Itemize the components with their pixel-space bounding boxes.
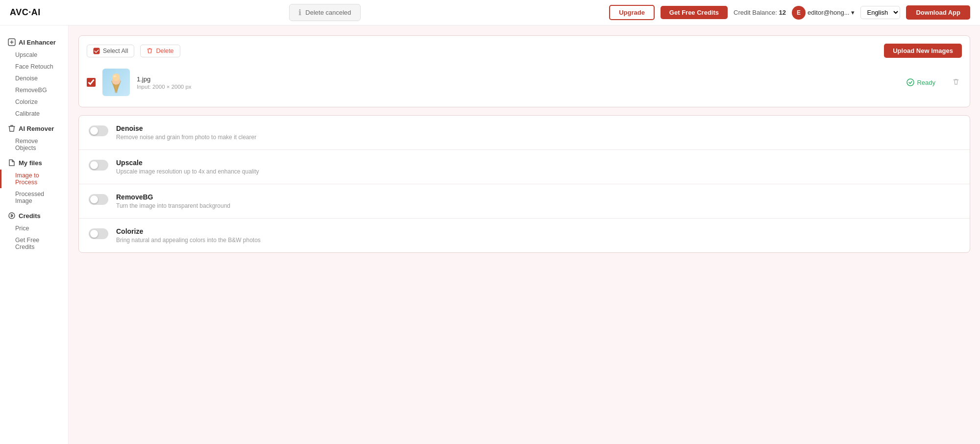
get-free-credits-button[interactable]: Get Free Credits (661, 6, 728, 19)
checkbox-icon (93, 48, 100, 54)
svg-point-7 (112, 74, 120, 81)
enhancer-icon (8, 38, 16, 46)
process-option-removebg: RemoveBG Turn the image into transparent… (79, 184, 970, 219)
removebg-toggle[interactable] (89, 194, 108, 205)
download-app-button[interactable]: Download App (906, 5, 970, 20)
file-list-toolbar: Select All Delete Upload New Images (87, 44, 962, 58)
file-status: Ready (906, 78, 935, 86)
table-row: 1.jpg Input: 2000 × 2000 px Ready (87, 66, 962, 99)
process-option-upscale: Upscale Upscale image resolution up to 4… (79, 150, 970, 184)
file-info: 1.jpg Input: 2000 × 2000 px (137, 75, 900, 90)
sidebar-section-credits: Credits (0, 207, 68, 222)
sidebar-item-calibrate[interactable]: Calibrate (0, 108, 68, 120)
remover-icon (8, 124, 16, 132)
process-option-denoise: Denoise Remove noise and grain from phot… (79, 116, 970, 150)
delete-selected-button[interactable]: Delete (140, 45, 180, 57)
sidebar-item-denoise[interactable]: Denoise (0, 73, 68, 84)
upload-new-images-button[interactable]: Upload New Images (884, 44, 962, 58)
sidebar-section-ai-remover: AI Remover (0, 120, 68, 135)
trash-icon (147, 48, 153, 54)
upgrade-button[interactable]: Upgrade (609, 5, 655, 20)
sidebar-item-upscale[interactable]: Upscale (0, 49, 68, 61)
sidebar-item-image-to-process[interactable]: Image to Process (0, 170, 68, 188)
check-circle-icon (906, 78, 914, 86)
process-option-colorize: Colorize Bring natural and appealing col… (79, 219, 970, 252)
info-icon: ℹ (298, 8, 301, 17)
sidebar: AI Enhancer Upscale Face Retouch Denoise… (0, 25, 69, 444)
file-list-area: Select All Delete Upload New Images (78, 35, 970, 107)
logo: AVC·AI (10, 7, 41, 18)
language-select[interactable]: English (860, 6, 900, 19)
select-all-button[interactable]: Select All (87, 45, 134, 57)
upscale-toggle[interactable] (89, 160, 108, 171)
sidebar-item-removebg[interactable]: RemoveBG (0, 84, 68, 96)
sidebar-item-processed-image[interactable]: Processed Image (0, 188, 68, 207)
toast-message: ℹ Delete canceled (289, 4, 360, 21)
file-thumbnail (102, 69, 130, 96)
topnav-right: Upgrade Get Free Credits Credit Balance:… (609, 5, 970, 20)
user-avatar: E (792, 6, 806, 20)
sidebar-item-price[interactable]: Price (0, 222, 68, 234)
sidebar-item-colorize[interactable]: Colorize (0, 96, 68, 108)
toolbar-left: Select All Delete (87, 45, 180, 57)
main-layout: AI Enhancer Upscale Face Retouch Denoise… (0, 25, 980, 444)
denoise-toggle[interactable] (89, 125, 108, 136)
file-checkbox[interactable] (87, 78, 96, 87)
credit-balance: Credit Balance: 12 (734, 9, 786, 16)
sidebar-item-get-free-credits[interactable]: Get Free Credits (0, 234, 68, 253)
colorize-toggle[interactable] (89, 228, 108, 239)
ice-cream-image (107, 71, 125, 94)
sidebar-item-remove-objects[interactable]: Remove Objects (0, 135, 68, 154)
topnav: AVC·AI ℹ Delete canceled Upgrade Get Fre… (0, 0, 980, 25)
credits-icon (8, 212, 16, 220)
delete-file-button[interactable] (950, 76, 962, 89)
chevron-down-icon: ▾ (851, 9, 855, 16)
sidebar-section-ai-enhancer: AI Enhancer (0, 33, 68, 49)
files-icon (8, 159, 16, 167)
sidebar-item-face-retouch[interactable]: Face Retouch (0, 61, 68, 73)
user-menu[interactable]: E editor@hong... ▾ (792, 6, 855, 20)
svg-point-9 (907, 79, 914, 86)
main-content: Select All Delete Upload New Images (69, 25, 980, 444)
topnav-center: ℹ Delete canceled (289, 4, 360, 21)
process-options-section: Denoise Remove noise and grain from phot… (78, 115, 970, 253)
sidebar-section-my-files: My files (0, 154, 68, 170)
svg-point-8 (113, 75, 116, 77)
delete-icon (952, 78, 960, 86)
